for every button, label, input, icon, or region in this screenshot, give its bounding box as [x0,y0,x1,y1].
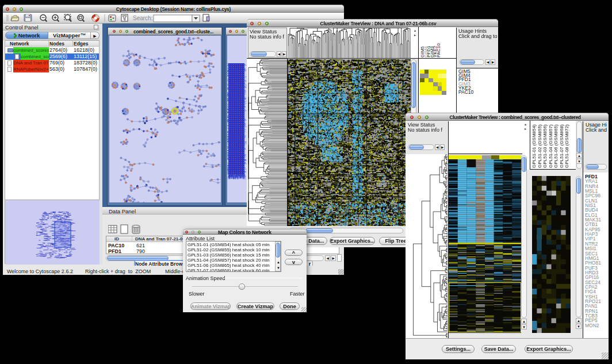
svg-text:Search:: Search: [133,15,152,21]
